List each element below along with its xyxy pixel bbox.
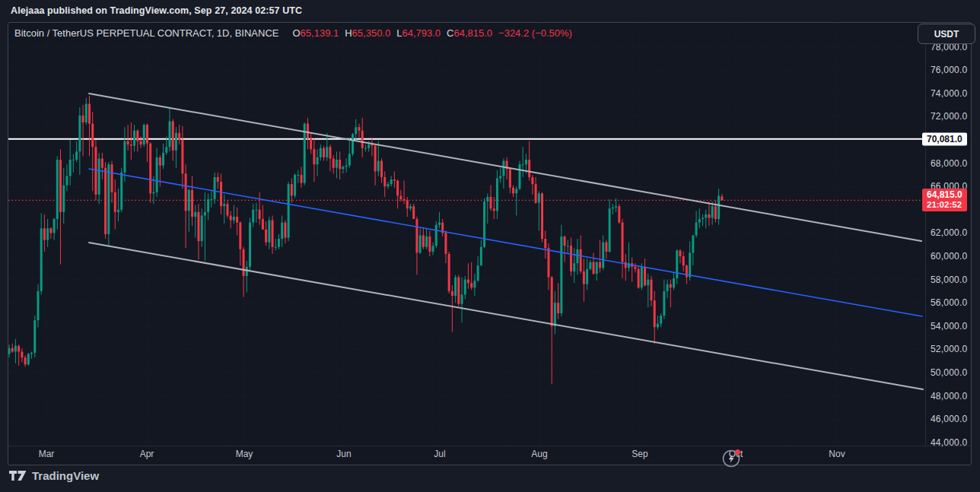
candle bbox=[564, 235, 566, 262]
candle bbox=[651, 276, 653, 306]
candle bbox=[18, 344, 20, 366]
candle bbox=[307, 118, 309, 149]
candle bbox=[175, 127, 177, 168]
candle bbox=[618, 204, 620, 224]
candle bbox=[573, 248, 575, 283]
candle bbox=[387, 182, 389, 189]
candle bbox=[490, 186, 492, 211]
candle bbox=[288, 182, 290, 241]
current-price-line-tag: 64,815.021:02:52 bbox=[922, 189, 967, 211]
candle bbox=[705, 210, 707, 228]
candle bbox=[496, 170, 498, 219]
candle bbox=[422, 227, 425, 249]
candle bbox=[294, 173, 296, 198]
channel-lower-line[interactable] bbox=[89, 243, 923, 389]
price-axis-label: 56,000.0 bbox=[931, 297, 967, 308]
candle bbox=[65, 164, 68, 191]
candle bbox=[278, 234, 280, 249]
candle bbox=[660, 313, 662, 327]
tradingview-glyph-icon bbox=[9, 470, 27, 481]
candle bbox=[78, 107, 81, 175]
candle bbox=[185, 164, 187, 248]
candle bbox=[695, 211, 698, 237]
candle bbox=[188, 189, 190, 232]
candle bbox=[114, 179, 116, 230]
price-axis-label: 52,000.0 bbox=[931, 344, 967, 354]
candle bbox=[156, 148, 158, 197]
candle bbox=[355, 119, 357, 140]
candle bbox=[140, 136, 142, 148]
candle bbox=[85, 98, 88, 125]
channel-mid-line[interactable] bbox=[89, 169, 922, 316]
candle bbox=[146, 124, 148, 162]
candle bbox=[609, 199, 611, 252]
candle bbox=[448, 252, 450, 294]
candle bbox=[111, 161, 113, 203]
candle bbox=[75, 141, 78, 163]
currency-toggle-button[interactable]: USDT bbox=[918, 24, 975, 44]
candle bbox=[444, 230, 447, 263]
candle bbox=[91, 112, 94, 191]
candle bbox=[454, 275, 457, 303]
candle bbox=[464, 276, 466, 300]
candle bbox=[123, 127, 126, 182]
candle bbox=[149, 142, 151, 203]
candle bbox=[320, 144, 322, 160]
candlestick-chart[interactable] bbox=[8, 23, 971, 465]
candle bbox=[473, 274, 476, 296]
candle bbox=[528, 141, 530, 181]
candle bbox=[654, 291, 656, 344]
candle bbox=[49, 227, 52, 239]
candle bbox=[197, 204, 199, 259]
price-axis-label: 60,000.0 bbox=[931, 251, 967, 262]
price-axis-separator bbox=[925, 23, 926, 446]
candle bbox=[399, 190, 402, 202]
price-axis-label: 48,000.0 bbox=[931, 391, 967, 402]
price-axis-label: 72,000.0 bbox=[931, 111, 967, 122]
candle bbox=[583, 259, 585, 302]
candle bbox=[522, 147, 524, 177]
candle bbox=[477, 256, 479, 282]
chart-widget: Bitcoin / TetherUS PERPETUAL CONTRACT, 1… bbox=[8, 22, 972, 465]
candle bbox=[467, 263, 469, 289]
candle bbox=[243, 247, 245, 297]
candle bbox=[396, 179, 399, 208]
candle bbox=[101, 153, 103, 179]
candle bbox=[435, 221, 438, 248]
candle bbox=[480, 240, 482, 266]
time-axis-label-jun: Jun bbox=[336, 449, 351, 459]
candle bbox=[223, 195, 225, 224]
lightning-alert-icon[interactable] bbox=[721, 447, 743, 470]
candle bbox=[297, 170, 299, 183]
candle bbox=[628, 243, 630, 271]
candle bbox=[483, 198, 485, 249]
candle bbox=[107, 162, 110, 247]
candle bbox=[605, 240, 607, 259]
candle bbox=[59, 149, 62, 264]
candle bbox=[191, 176, 193, 226]
candle bbox=[393, 171, 396, 187]
channel-upper-line[interactable] bbox=[89, 94, 921, 241]
candle bbox=[708, 202, 710, 226]
candle bbox=[37, 284, 39, 328]
candle bbox=[721, 194, 723, 201]
candle bbox=[281, 215, 283, 246]
candle bbox=[580, 235, 582, 273]
candle bbox=[345, 158, 348, 172]
candle bbox=[230, 211, 232, 228]
candle bbox=[272, 215, 274, 253]
price-axis-label: 62,000.0 bbox=[931, 227, 967, 238]
candle bbox=[541, 192, 543, 243]
candle bbox=[127, 125, 129, 151]
time-axis-label-sep: Sep bbox=[632, 449, 648, 459]
candle bbox=[676, 249, 678, 284]
price-axis-label: 44,000.0 bbox=[931, 437, 967, 448]
publish-info: Alejaaa published on TradingView.com, Se… bbox=[11, 5, 302, 16]
candle bbox=[634, 263, 636, 272]
candle bbox=[204, 192, 206, 261]
tradingview-logo[interactable]: TradingView bbox=[9, 469, 99, 482]
candle bbox=[698, 208, 701, 228]
candle bbox=[673, 272, 675, 290]
candle bbox=[181, 126, 183, 189]
candle bbox=[586, 259, 588, 290]
